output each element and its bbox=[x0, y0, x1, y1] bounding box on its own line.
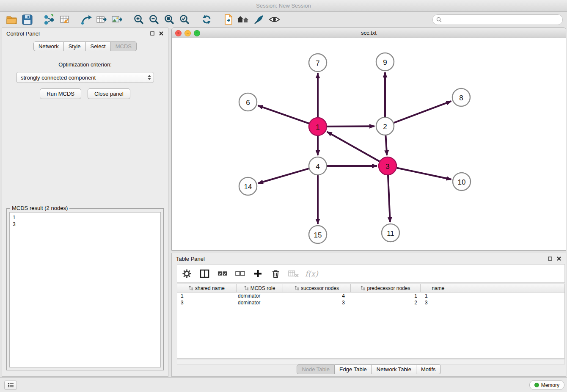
memory-label: Memory bbox=[541, 382, 559, 388]
run-mcds-button[interactable]: Run MCDS bbox=[40, 88, 81, 99]
graph-node-label: 15 bbox=[314, 231, 322, 239]
column-header-predecessor-nodes[interactable]: predecessor nodes bbox=[351, 284, 421, 292]
list-icon bbox=[8, 383, 14, 388]
table-cell: 3 bbox=[283, 300, 351, 306]
mcds-result-line: 3 bbox=[13, 221, 157, 228]
graph-edge-1-2[interactable] bbox=[327, 126, 374, 127]
show-graphics-button[interactable] bbox=[267, 13, 282, 26]
zoom-fit-button[interactable] bbox=[162, 13, 177, 26]
tab-network[interactable]: Network bbox=[33, 41, 64, 51]
graph-edge-2-3[interactable] bbox=[385, 135, 387, 155]
open-session-button[interactable] bbox=[4, 13, 19, 26]
home-button[interactable] bbox=[236, 13, 251, 26]
graph-edge-3-11[interactable] bbox=[388, 175, 390, 222]
column-label: shared name bbox=[195, 285, 225, 291]
clone-network-button[interactable] bbox=[79, 13, 94, 26]
deselect-all-rows-button[interactable] bbox=[234, 267, 246, 280]
float-table-panel-icon[interactable] bbox=[548, 256, 553, 261]
attribute-icon bbox=[295, 286, 299, 290]
column-label: MCDS role bbox=[250, 285, 275, 291]
table-settings-button[interactable] bbox=[181, 267, 193, 280]
tab-network-table[interactable]: Network Table bbox=[372, 364, 416, 374]
table-scrollbar[interactable] bbox=[177, 359, 565, 364]
save-session-button[interactable] bbox=[19, 13, 35, 26]
import-table-button[interactable] bbox=[57, 13, 72, 26]
tab-motifs[interactable]: Motifs bbox=[416, 364, 441, 374]
network-canvas[interactable]: 7968124314101511 bbox=[172, 38, 566, 250]
window-title: Session: New Session bbox=[256, 3, 311, 9]
graph-node-label: 1 bbox=[316, 123, 319, 131]
dropdown-value: strongly connected component bbox=[21, 75, 96, 81]
table-panel: Table Panel f(x) bbox=[171, 253, 566, 377]
mcds-result-group: MCDS result (2 nodes) 1 3 bbox=[6, 208, 164, 370]
zoom-selected-button[interactable] bbox=[177, 13, 192, 26]
graph-node-label: 11 bbox=[387, 229, 394, 237]
table-tabs: Node Table Edge Table Network Table Moti… bbox=[172, 364, 566, 374]
column-header-shared-name[interactable]: shared name bbox=[177, 284, 237, 292]
function-builder-button[interactable]: f(x) bbox=[305, 267, 318, 280]
dropdown-arrows-icon bbox=[148, 75, 151, 80]
tab-select[interactable]: Select bbox=[86, 41, 111, 51]
table-cell: 1 bbox=[351, 293, 421, 299]
minimize-window-icon[interactable]: – bbox=[184, 30, 191, 36]
close-panel-icon[interactable] bbox=[159, 31, 164, 36]
column-header-mcds-role[interactable]: MCDS role bbox=[237, 284, 283, 292]
import-network-icon bbox=[44, 14, 55, 25]
tab-edge-table[interactable]: Edge Table bbox=[335, 364, 372, 374]
delete-table-button[interactable] bbox=[287, 267, 299, 280]
show-columns-button[interactable] bbox=[198, 267, 210, 280]
search-box[interactable] bbox=[432, 14, 563, 25]
graph-node-label: 7 bbox=[316, 59, 319, 67]
tab-style[interactable]: Style bbox=[64, 41, 86, 51]
memory-button[interactable]: Memory bbox=[529, 380, 564, 390]
tab-mcds[interactable]: MCDS bbox=[111, 41, 137, 51]
delete-column-button[interactable] bbox=[270, 267, 281, 280]
zoom-selected-icon bbox=[179, 14, 190, 25]
import-network-button[interactable] bbox=[41, 13, 57, 26]
close-panel-button[interactable]: Close panel bbox=[88, 88, 130, 99]
graph-edge-1-6[interactable] bbox=[258, 105, 309, 123]
select-all-rows-button[interactable] bbox=[216, 267, 228, 280]
table-cell: 4 bbox=[283, 293, 351, 299]
mcds-result-box[interactable]: 1 3 bbox=[9, 212, 161, 367]
paint-icon bbox=[253, 14, 264, 25]
zoom-in-icon bbox=[133, 14, 144, 25]
column-header-successor-nodes[interactable]: successor nodes bbox=[283, 284, 351, 292]
network-window-titlebar[interactable]: × – + scc.txt bbox=[172, 28, 566, 38]
eye-icon bbox=[269, 15, 280, 24]
create-column-button[interactable] bbox=[252, 267, 264, 280]
zoom-out-button[interactable] bbox=[146, 13, 162, 26]
export-table-button[interactable] bbox=[94, 13, 109, 26]
graph-edge-3-10[interactable] bbox=[397, 168, 451, 179]
column-header-name[interactable]: name bbox=[421, 284, 456, 292]
graph-edge-3-1[interactable] bbox=[327, 132, 380, 161]
table-cell: 1 bbox=[177, 293, 237, 299]
copy-style-button[interactable] bbox=[221, 13, 236, 26]
style-button[interactable] bbox=[251, 13, 267, 26]
table-cell: 1 bbox=[421, 293, 456, 299]
refresh-button[interactable] bbox=[199, 13, 214, 26]
graph-node-label: 10 bbox=[458, 178, 466, 186]
table-row[interactable]: 3dominator323 bbox=[177, 299, 564, 306]
graph-edge-2-8[interactable] bbox=[394, 101, 451, 123]
close-table-panel-icon[interactable] bbox=[556, 256, 561, 261]
fx-icon: f(x) bbox=[305, 269, 318, 278]
tab-node-table[interactable]: Node Table bbox=[297, 364, 335, 374]
node-table[interactable]: shared name MCDS role successor nodes pr… bbox=[177, 284, 565, 359]
zoom-window-icon[interactable]: + bbox=[194, 30, 200, 36]
export-image-button[interactable] bbox=[109, 13, 124, 26]
graph-edge-4-14[interactable] bbox=[258, 168, 309, 183]
home-icon bbox=[237, 14, 250, 25]
column-label: name bbox=[432, 285, 444, 291]
float-panel-icon[interactable] bbox=[150, 31, 155, 36]
zoom-in-button[interactable] bbox=[131, 13, 146, 26]
control-panel-tabs: Network Style Select MCDS bbox=[2, 41, 168, 51]
table-cell: 3 bbox=[421, 300, 456, 306]
optimization-criterion-dropdown[interactable]: strongly connected component bbox=[16, 72, 154, 83]
close-window-icon[interactable]: × bbox=[175, 30, 182, 36]
task-history-button[interactable] bbox=[4, 381, 17, 390]
table-row[interactable]: 1dominator411 bbox=[177, 293, 564, 299]
search-input[interactable] bbox=[444, 16, 559, 23]
control-panel-title: Control Panel bbox=[6, 30, 40, 37]
main-toolbar bbox=[0, 12, 567, 27]
